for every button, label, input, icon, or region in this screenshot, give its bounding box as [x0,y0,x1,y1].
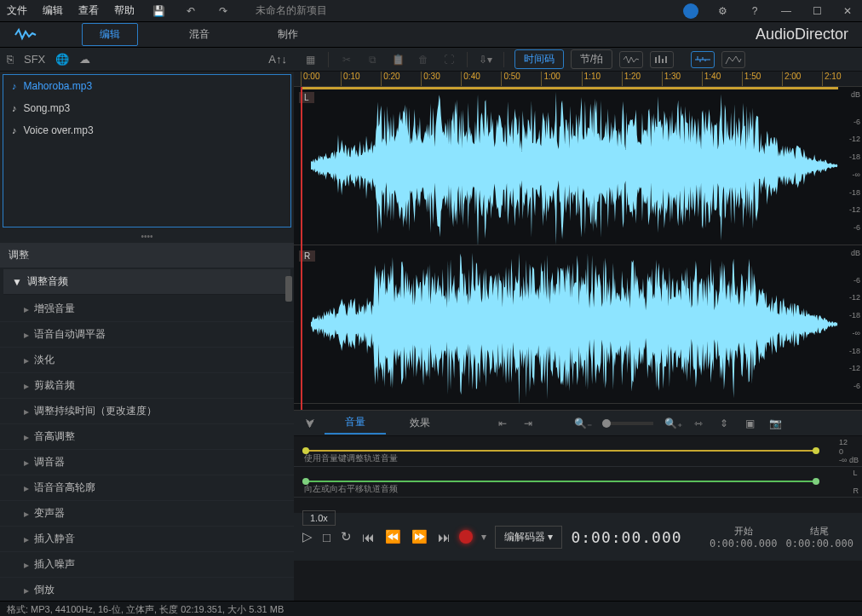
ruler-tick: 0:30 [421,72,461,86]
settings-icon[interactable]: ⚙ [714,3,731,20]
menu-view[interactable]: 查看 [78,3,99,18]
adjust-item[interactable]: ▸调整持续时间（更改速度） [0,399,294,424]
playhead[interactable] [301,87,302,410]
channel-right[interactable]: R dB -6-12-18-∞-18-12-6 [294,245,862,404]
camera-icon[interactable]: 📷 [764,414,786,433]
play-icon[interactable]: ▷ [302,529,313,544]
mode-tab-edit[interactable]: 编辑 [82,23,138,46]
beat-toggle[interactable]: 节/拍 [571,49,612,69]
file-item[interactable]: ♪Voice over.mp3 [3,119,290,141]
codec-button[interactable]: 编解码器 ▾ [495,526,562,549]
import-media-icon[interactable]: ⎘ [7,53,14,66]
adjust-item[interactable]: ▸语音自动调平器 [0,322,294,348]
view-mode-freq-icon[interactable] [650,51,674,68]
svg-rect-3 [665,56,667,63]
collapse-icon[interactable]: ⮟ [299,414,321,433]
record-button[interactable] [459,530,473,544]
maximize-icon[interactable]: ☐ [809,3,825,19]
project-name: 未命名的新项目 [256,3,327,18]
channel-left[interactable]: L dB -6-12-18-∞-18-12-6 [294,87,862,245]
adjust-item[interactable]: ▸语音音高轮廓 [0,475,294,501]
forward-icon[interactable]: ⏩ [411,529,428,544]
zoom-out-icon[interactable]: 🔍₋ [572,414,594,433]
zoom-slider[interactable] [602,422,653,425]
chevron-right-icon: ▸ [24,482,29,494]
start-time-box: 开始 0:00:00.000 [710,525,777,550]
adjust-item[interactable]: ▸淡化 [0,348,294,373]
close-icon[interactable]: ✕ [840,3,855,19]
tab-effect[interactable]: 效果 [389,412,451,434]
adjust-item[interactable]: ▸增强音量 [0,296,294,322]
record-dropdown-icon[interactable]: ▾ [481,531,486,543]
copy-icon[interactable]: ⧉ [361,50,383,69]
panel-resize-handle[interactable]: •••• [0,230,294,243]
snapshot-icon[interactable]: ▣ [738,414,761,433]
pan-envelope-track[interactable]: 向左或向右平移轨道音频 L R [294,467,862,498]
loop-icon[interactable]: ↻ [341,529,352,544]
adjust-item[interactable]: ▸变声器 [0,501,294,527]
mode-tab-mix[interactable]: 混音 [172,24,227,45]
zoom-in-icon[interactable]: 🔍₊ [662,414,684,433]
adjust-item-label: 插入噪声 [34,557,75,572]
go-end-icon[interactable]: ⏭ [438,530,451,544]
adjust-item[interactable]: ▸插入噪声 [0,552,294,578]
save-icon[interactable]: 💾 [150,3,167,20]
notification-icon[interactable] [683,3,698,19]
file-list[interactable]: ♪Mahoroba.mp3♪Song.mp3♪Voice over.mp3 [3,74,291,227]
file-item[interactable]: ♪Mahoroba.mp3 [3,75,290,97]
playback-speed[interactable]: 1.0x [302,510,336,526]
file-name: Mahoroba.mp3 [24,80,93,92]
redo-icon[interactable]: ↷ [215,3,232,20]
view-mode-single-icon[interactable] [691,51,715,68]
volume-envelope-track[interactable]: 使用音量键调整轨道音量 120-∞ dB [294,436,862,467]
adjust-item[interactable]: ▸调音器 [0,450,294,475]
ruler-tick: 1:20 [622,72,662,86]
adjust-group-audio[interactable]: ▼ 调整音频 [3,269,290,295]
undo-icon[interactable]: ↶ [182,3,199,20]
file-name: Voice over.mp3 [24,124,94,136]
rewind-icon[interactable]: ⏪ [385,529,401,544]
adjust-item[interactable]: ▸音高调整 [0,424,294,450]
view-mode-spectrum-icon[interactable] [721,51,745,68]
marker-in-icon[interactable]: ⇤ [491,414,514,433]
adjust-item[interactable]: ▸插入静音 [0,527,294,552]
adjust-item-label: 插入静音 [34,532,75,546]
cut-icon[interactable]: ✂ [336,50,358,69]
go-start-icon[interactable]: ⏮ [362,530,375,544]
timeline-ruler[interactable]: 0:000:100:200:300:400:501:001:101:201:30… [294,72,862,87]
app-logo-icon [14,25,48,45]
zoom-fit-v-icon[interactable]: ⇕ [713,414,735,433]
ruler-tick: 0:50 [501,72,541,86]
tab-volume[interactable]: 音量 [325,412,386,435]
stop-icon[interactable]: □ [323,530,330,544]
timecode-toggle[interactable]: 时间码 [514,49,564,69]
delete-icon[interactable]: 🗑 [412,50,434,69]
adjust-item-label: 淡化 [34,353,55,367]
waveform-area[interactable]: L dB -6-12-18-∞-18-12-6 R dB -6-12-18-∞-… [294,87,862,411]
help-icon[interactable]: ? [746,3,763,20]
globe-icon[interactable]: 🌐 [55,53,69,66]
view-mode-wave-icon[interactable] [619,51,643,68]
end-label: 结尾 [810,525,829,538]
sfx-button[interactable]: SFX [24,53,45,66]
marker-out-icon[interactable]: ⇥ [517,414,539,433]
scrollbar-thumb[interactable] [285,276,292,302]
zoom-fit-h-icon[interactable]: ⇿ [687,414,710,433]
adjust-item[interactable]: ▸倒放 [0,578,294,601]
ruler-tick: 1:10 [582,72,622,86]
menu-file[interactable]: 文件 [7,3,27,18]
adjust-group-label: 调整音频 [27,274,68,289]
menu-help[interactable]: 帮助 [114,3,135,18]
chevron-right-icon: ▸ [24,584,29,596]
file-item[interactable]: ♪Song.mp3 [3,97,290,119]
minimize-icon[interactable]: — [779,3,794,19]
export-icon[interactable]: ⇩▾ [474,50,497,69]
mode-tab-make[interactable]: 制作 [261,24,315,45]
cloud-icon[interactable]: ☁ [79,53,90,66]
select-tool-icon[interactable]: ▦ [299,50,321,69]
paste-icon[interactable]: 📋 [387,50,409,69]
crop-icon[interactable]: ⛶ [438,50,460,69]
menu-edit[interactable]: 编辑 [43,3,63,18]
font-size-button[interactable]: A↑↓ [268,53,287,66]
adjust-item[interactable]: ▸剪裁音频 [0,373,294,399]
